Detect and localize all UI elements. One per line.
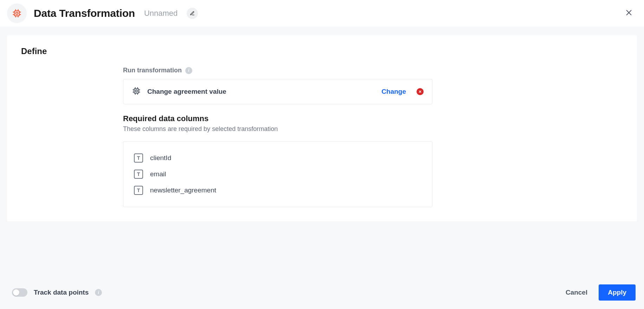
header-left: Data Transformation Unnamed [7,4,622,23]
track-data-points-label: Track data points [34,289,89,296]
run-transformation-label: Run transformation [123,67,182,74]
required-columns-subtext: These columns are required by selected t… [123,125,432,133]
transformation-name: Change agreement value [147,88,375,96]
type-text-icon: T [134,186,143,195]
type-text-icon: T [134,153,143,163]
column-row: T newsletter_agreement [132,182,424,198]
change-transformation-button[interactable]: Change [381,88,406,96]
close-button[interactable] [622,6,636,21]
chip-icon [7,4,27,23]
track-data-points-toggle[interactable] [12,288,27,297]
footer-left: Track data points i [12,288,564,297]
info-icon[interactable]: i [185,67,192,74]
page-header: Data Transformation Unnamed [0,0,644,27]
chip-icon [132,86,141,97]
column-row: T email [132,166,424,182]
column-row: T clientId [132,150,424,166]
footer-right: Cancel Apply [564,284,636,301]
column-name: clientId [150,154,171,162]
page-subtitle: Unnamed [144,9,178,18]
svg-rect-0 [14,11,19,16]
edit-name-button[interactable] [187,8,198,19]
svg-rect-1 [16,12,18,14]
apply-button[interactable]: Apply [599,284,636,301]
type-text-icon: T [134,170,143,179]
column-name: newsletter_agreement [150,186,216,194]
svg-rect-13 [135,90,137,92]
page-title: Data Transformation [34,7,135,19]
column-name: email [150,170,166,178]
pencil-icon [190,11,195,16]
close-icon [625,9,633,17]
cancel-button[interactable]: Cancel [564,285,590,300]
define-card: Define Run transformation i [7,35,637,221]
content-area: Define Run transformation i [0,27,644,281]
footer: Track data points i Cancel Apply [0,281,644,309]
define-heading: Define [21,46,623,56]
info-icon[interactable]: i [95,289,102,296]
required-columns-heading: Required data columns [123,114,432,123]
svg-rect-12 [134,89,139,93]
toggle-knob [13,289,19,296]
run-transformation-label-row: Run transformation i [123,67,432,74]
required-columns-box: T clientId T email T newsletter_agreemen… [123,141,432,207]
transformation-selector: Change agreement value Change [123,79,432,104]
error-icon[interactable] [417,88,424,95]
form-area: Run transformation i [123,67,432,207]
